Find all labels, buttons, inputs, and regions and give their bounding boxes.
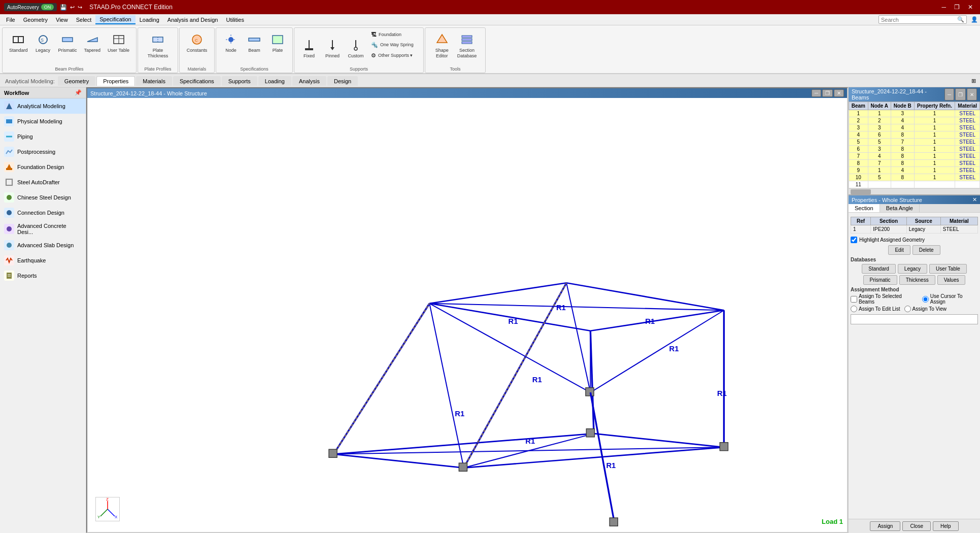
beams-scroll-thumb[interactable] <box>851 189 871 194</box>
autorecover-toggle[interactable]: ON <box>41 4 54 10</box>
search-input[interactable] <box>881 17 957 23</box>
viewport-minimize-button[interactable]: ─ <box>812 89 821 97</box>
ribbon-btn-pinned[interactable]: Pinned <box>322 36 343 60</box>
edit-button[interactable]: Edit <box>888 245 910 255</box>
close-button[interactable]: Close <box>902 521 931 531</box>
beam-row[interactable]: 8 7 8 1 STEEL <box>849 160 980 167</box>
highlight-checkbox[interactable] <box>851 237 857 243</box>
beams-scrollbar[interactable] <box>849 188 980 194</box>
ribbon-btn-tapered[interactable]: Tapered <box>82 30 104 55</box>
workflow-item-chinese-steel[interactable]: Chinese Steel Design <box>0 190 86 205</box>
menu-select[interactable]: Select <box>72 16 96 24</box>
user-icon[interactable]: 👤 <box>971 16 978 23</box>
assignment-text-input[interactable] <box>851 314 978 324</box>
undo-icon[interactable]: ↩ <box>70 4 75 11</box>
tab-supports[interactable]: Supports <box>222 76 257 86</box>
workflow-item-earthquake[interactable]: Earthquake <box>0 253 86 268</box>
workflow-pin-icon[interactable]: 📌 <box>75 89 82 96</box>
ribbon-btn-constants[interactable]: C Constants <box>184 30 210 55</box>
assign-selected-beams-checkbox[interactable] <box>851 296 857 303</box>
menu-specification[interactable]: Specification <box>95 15 135 24</box>
workflow-item-piping[interactable]: Piping <box>0 129 86 144</box>
workflow-item-steel-autodrafter[interactable]: Steel AutoDrafter <box>0 175 86 190</box>
use-cursor-radio[interactable] <box>922 296 929 303</box>
workflow-item-analytical-modeling[interactable]: Analytical Modeling <box>0 98 86 114</box>
legacy-db-button[interactable]: Legacy <box>898 264 927 274</box>
menu-utilities[interactable]: Utilities <box>222 16 248 24</box>
assign-edit-list-radio[interactable] <box>851 306 857 312</box>
beams-restore-button[interactable]: ❐ <box>955 88 966 101</box>
section-row[interactable]: 1 IPE200 Legacy STEEL <box>851 225 978 234</box>
ribbon-btn-legacy[interactable]: S Legacy <box>32 30 54 55</box>
ribbon-btn-beam[interactable]: Beam <box>244 30 265 55</box>
ribbon-btn-shape-editor[interactable]: ShapeEditor <box>431 30 453 60</box>
ribbon-btn-plate-thickness[interactable]: PlateThickness <box>145 30 171 60</box>
restore-button[interactable]: ❐ <box>951 3 963 12</box>
search-box[interactable]: 🔍 <box>878 15 967 24</box>
delete-button[interactable]: Delete <box>913 245 940 255</box>
prismatic-button[interactable]: Prismatic <box>863 275 897 285</box>
workflow-item-advanced-slab[interactable]: Advanced Slab Design <box>0 238 86 253</box>
workflow-item-physical-modeling[interactable]: Physical Modeling <box>0 114 86 129</box>
help-button[interactable]: Help <box>933 521 959 531</box>
thickness-button[interactable]: Thickness <box>899 275 935 285</box>
workflow-item-postprocessing[interactable]: Postprocessing <box>0 144 86 159</box>
props-tab-beta-angle[interactable]: Beta Angle <box>880 204 920 212</box>
menu-loading[interactable]: Loading <box>136 16 163 24</box>
ribbon-btn-one-way-spring[interactable]: 🔩 One Way Spring <box>368 40 419 50</box>
beam-row[interactable]: 3 3 4 1 STEEL <box>849 124 980 131</box>
tab-specifications[interactable]: Specifications <box>173 76 221 86</box>
tab-design[interactable]: Design <box>327 76 358 86</box>
standard-db-button[interactable]: Standard <box>862 264 896 274</box>
ribbon-btn-user-table[interactable]: User Table <box>105 30 132 55</box>
close-button[interactable]: ✕ <box>965 3 976 12</box>
search-icon[interactable]: 🔍 <box>957 16 964 23</box>
viewport-close-button[interactable]: ✕ <box>834 89 844 97</box>
expand-icon[interactable]: ⊞ <box>971 78 976 84</box>
beam-row[interactable]: 11 <box>849 181 980 188</box>
ribbon-btn-plate[interactable]: Plate <box>267 30 288 55</box>
beam-row[interactable]: 4 6 8 1 STEEL <box>849 131 980 139</box>
ribbon-btn-foundation[interactable]: 🏗 Foundation <box>368 30 419 39</box>
workflow-item-advanced-concrete[interactable]: Advanced Concrete Desi... <box>0 220 86 238</box>
tab-geometry[interactable]: Geometry <box>58 76 95 86</box>
beams-close-button[interactable]: ✕ <box>967 88 977 101</box>
ribbon-btn-standard[interactable]: Standard <box>7 30 30 55</box>
beam-row[interactable]: 6 3 8 1 STEEL <box>849 146 980 153</box>
viewport-restore-button[interactable]: ❐ <box>822 89 833 97</box>
tab-properties[interactable]: Properties <box>96 76 135 86</box>
beam-row[interactable]: 2 2 4 1 STEEL <box>849 117 980 124</box>
beams-col-node-b: Node B <box>891 102 914 110</box>
workflow-item-connection-design[interactable]: Connection Design <box>0 205 86 220</box>
beams-minimize-button[interactable]: ─ <box>944 88 954 101</box>
workflow-item-foundation-design[interactable]: Foundation Design <box>0 159 86 175</box>
tab-loading[interactable]: Loading <box>258 76 291 86</box>
minimize-button[interactable]: ─ <box>938 3 949 12</box>
menu-file[interactable]: File <box>2 16 19 24</box>
beam-row[interactable]: 7 4 8 1 STEEL <box>849 153 980 160</box>
props-close-icon[interactable]: ✕ <box>972 196 977 203</box>
tab-materials[interactable]: Materials <box>136 76 172 86</box>
menu-analysis-design[interactable]: Analysis and Design <box>163 16 222 24</box>
ribbon-btn-fixed[interactable]: Fixed <box>298 36 320 60</box>
ribbon-btn-node[interactable]: Node <box>220 30 242 55</box>
props-tab-section[interactable]: Section <box>849 204 880 212</box>
ribbon-btn-section-database[interactable]: SectionDatabase <box>455 30 480 60</box>
ribbon-btn-prismatic[interactable]: Prismatic <box>56 30 80 55</box>
ribbon-btn-custom[interactable]: Custom <box>345 36 366 60</box>
menu-view[interactable]: View <box>52 16 72 24</box>
tab-analysis[interactable]: Analysis <box>292 76 326 86</box>
save-icon[interactable]: 💾 <box>60 4 67 11</box>
redo-icon[interactable]: ↪ <box>78 4 82 11</box>
values-button[interactable]: Values <box>937 275 966 285</box>
workflow-item-reports[interactable]: Reports <box>0 268 86 283</box>
beam-row[interactable]: 10 5 8 1 STEEL <box>849 174 980 181</box>
beam-row[interactable]: 1 1 3 1 STEEL <box>849 110 980 117</box>
user-table-db-button[interactable]: User Table <box>929 264 967 274</box>
ribbon-btn-other-supports[interactable]: ⚙ Other Supports ▾ <box>368 51 419 60</box>
assign-view-radio[interactable] <box>904 306 911 312</box>
assign-button[interactable]: Assign <box>870 521 900 531</box>
beam-row[interactable]: 9 1 4 1 STEEL <box>849 167 980 174</box>
beam-row[interactable]: 5 5 7 1 STEEL <box>849 139 980 146</box>
menu-geometry[interactable]: Geometry <box>19 16 52 24</box>
